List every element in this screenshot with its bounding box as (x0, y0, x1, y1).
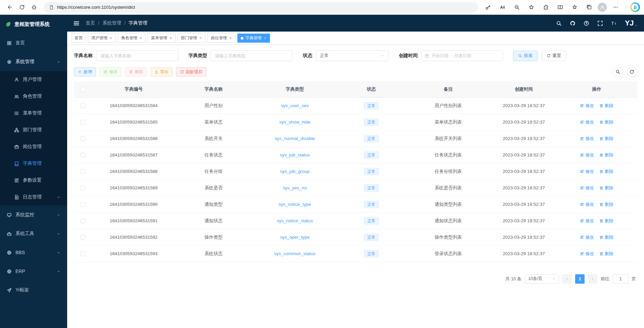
zoom-out-icon[interactable] (511, 2, 522, 13)
row-edit-button[interactable]: 修改 (580, 185, 594, 191)
row-delete-button[interactable]: 删除 (599, 103, 613, 109)
close-icon[interactable] (264, 37, 267, 40)
row-delete-button[interactable]: 删除 (599, 201, 613, 207)
back-icon[interactable] (4, 2, 15, 13)
row-edit-button[interactable]: 修改 (580, 103, 594, 109)
tab-dict-mgmt[interactable]: 字典管理 (237, 34, 270, 43)
row-checkbox[interactable] (81, 103, 85, 108)
dict-type-link[interactable]: sys_common_status (274, 251, 315, 256)
row-edit-button[interactable]: 修改 (580, 201, 594, 207)
dict-type-link[interactable]: sys_show_hide (279, 120, 310, 125)
key-icon[interactable] (482, 2, 494, 13)
more-icon[interactable] (610, 2, 621, 13)
collections-icon[interactable] (583, 2, 595, 13)
dict-type-link[interactable]: sys_yes_no (283, 185, 307, 190)
row-delete-button[interactable]: 删除 (599, 152, 613, 158)
font-size-icon[interactable]: TT (611, 20, 617, 26)
dict-type-link[interactable]: sys_job_status (280, 152, 310, 157)
row-checkbox[interactable] (81, 251, 85, 256)
goto-page-input[interactable] (613, 274, 628, 284)
select-all-checkbox[interactable] (81, 87, 85, 92)
row-edit-button[interactable]: 修改 (580, 152, 594, 158)
dict-type-link[interactable]: sys_notice_type (279, 202, 311, 207)
dict-type-link[interactable]: sys_normal_disable (275, 136, 315, 141)
tab-role-mgmt[interactable]: 角色管理 (118, 34, 146, 43)
refresh-cache-button[interactable]: 刷新缓存 (176, 67, 206, 77)
row-delete-button[interactable]: 删除 (599, 218, 613, 224)
home-icon[interactable] (28, 2, 40, 13)
row-delete-button[interactable]: 删除 (599, 234, 613, 240)
status-select[interactable]: 正常 (316, 50, 389, 61)
row-checkbox[interactable] (81, 219, 85, 223)
extensions-icon[interactable] (540, 2, 551, 13)
github-icon[interactable] (570, 20, 576, 26)
edit-button[interactable]: 修改 (99, 67, 122, 77)
row-edit-button[interactable]: 修改 (580, 251, 594, 257)
tab-dept-mgmt[interactable]: 部门管理 (178, 34, 205, 43)
row-delete-button[interactable]: 删除 (599, 136, 613, 142)
row-edit-button[interactable]: 修改 (580, 234, 594, 240)
reset-button[interactable]: 重置 (542, 51, 566, 61)
page-number-current[interactable]: 1 (575, 274, 585, 284)
date-range-picker[interactable]: 开始日期 - 结束日期 (421, 50, 503, 61)
profile-avatar[interactable] (598, 3, 607, 12)
row-delete-button[interactable]: 删除 (599, 169, 613, 175)
sidebar-item-dept-mgmt[interactable]: 部门管理 (0, 122, 67, 138)
sidebar-item-role-mgmt[interactable]: 角色管理 (0, 88, 67, 105)
sidebar-item-dict-mgmt[interactable]: 字典管理 (0, 155, 67, 172)
dict-type-link[interactable]: sys_job_group (280, 169, 310, 174)
search-button[interactable]: 搜索 (513, 51, 538, 61)
search-icon[interactable] (556, 20, 562, 26)
close-icon[interactable] (169, 37, 172, 40)
bing-icon[interactable]: b (630, 2, 640, 12)
refresh-table-button[interactable] (627, 66, 637, 77)
next-page-button[interactable] (588, 274, 597, 284)
page-size-select[interactable]: 10条/页 (525, 274, 559, 284)
dict-type-input[interactable] (211, 50, 293, 61)
address-bar[interactable]: https://ccnetcore.com:1101/system/dict (44, 2, 478, 13)
row-checkbox[interactable] (81, 169, 85, 174)
dict-type-link[interactable]: sys_oper_type (280, 235, 310, 240)
sidebar-item-yi-framework[interactable]: Yi框架 (0, 281, 67, 299)
add-button[interactable]: 新增 (74, 67, 96, 77)
row-checkbox[interactable] (81, 202, 85, 207)
row-delete-button[interactable]: 删除 (599, 251, 613, 257)
dict-name-input[interactable] (96, 50, 178, 61)
sidebar-item-menu-mgmt[interactable]: 菜单管理 (0, 105, 67, 122)
reload-icon[interactable] (16, 2, 28, 13)
sidebar-item-erp[interactable]: ERP (0, 262, 67, 281)
breadcrumb-item-system[interactable]: 系统管理 (102, 20, 121, 26)
sidebar-item-system-tools[interactable]: 系统工具 (0, 224, 67, 243)
sidebar-toggle-icon[interactable] (73, 20, 80, 27)
fullscreen-icon[interactable] (597, 20, 603, 26)
favorite-add-icon[interactable] (525, 2, 537, 13)
row-checkbox[interactable] (81, 136, 85, 141)
close-icon[interactable] (199, 37, 202, 40)
breadcrumb-item-home[interactable]: 首页 (86, 20, 95, 26)
row-edit-button[interactable]: 修改 (580, 218, 594, 224)
dict-type-link[interactable]: sys_user_sex (281, 103, 309, 108)
row-delete-button[interactable]: 删除 (599, 185, 613, 191)
row-edit-button[interactable]: 修改 (580, 136, 594, 142)
help-icon[interactable] (584, 20, 589, 26)
row-checkbox[interactable] (81, 186, 85, 190)
close-icon[interactable] (229, 37, 232, 40)
row-checkbox[interactable] (81, 153, 85, 157)
prev-page-button[interactable] (562, 274, 572, 284)
user-logo[interactable]: YJ (625, 19, 638, 28)
sidebar-item-system-monitor[interactable]: 系统监控 (0, 205, 67, 224)
sidebar-item-log-mgmt[interactable]: 日志管理 (0, 189, 67, 205)
row-edit-button[interactable]: 修改 (580, 119, 594, 125)
sidebar-item-bbs[interactable]: BBS (0, 243, 67, 262)
sidebar-item-user-mgmt[interactable]: 用户管理 (0, 71, 67, 88)
tab-user-mgmt[interactable]: 用户管理 (88, 34, 116, 43)
sidebar-item-system-mgmt[interactable]: 系统管理 (0, 52, 67, 71)
tab-post-mgmt[interactable]: 岗位管理 (208, 34, 235, 43)
tab-home[interactable]: 首页 (71, 34, 86, 43)
close-icon[interactable] (109, 37, 112, 40)
split-screen-icon[interactable] (554, 2, 566, 13)
row-checkbox[interactable] (81, 120, 85, 125)
close-icon[interactable] (139, 37, 142, 40)
sidebar-item-post-mgmt[interactable]: 岗位管理 (0, 138, 67, 155)
read-aloud-icon[interactable] (497, 2, 508, 13)
